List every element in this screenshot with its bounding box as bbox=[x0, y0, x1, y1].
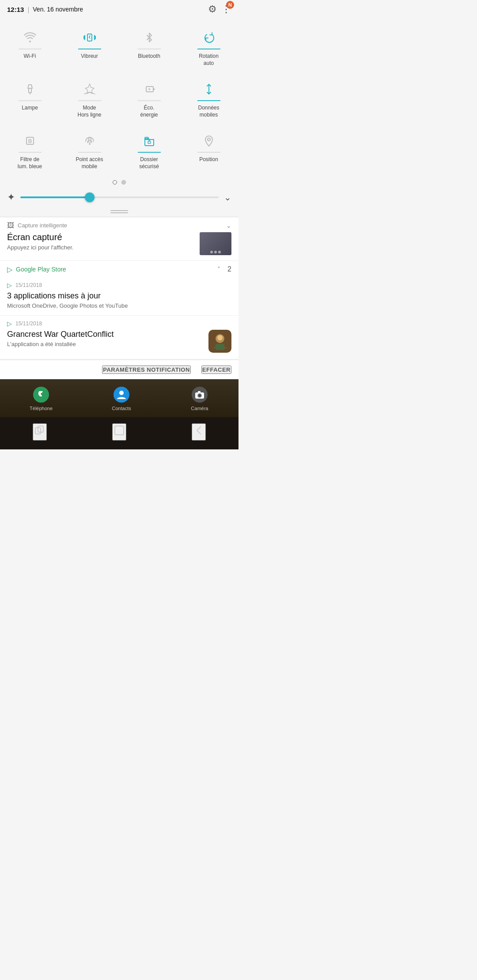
recent-apps-icon bbox=[34, 424, 46, 437]
brightness-slider[interactable] bbox=[20, 196, 219, 198]
clear-notifications-button[interactable]: EFFACER bbox=[201, 366, 231, 374]
notification-menu[interactable]: ⋮ N bbox=[221, 4, 231, 15]
back-button[interactable] bbox=[192, 423, 206, 441]
status-divider: | bbox=[27, 6, 29, 13]
gps-chevron-up-icon[interactable]: ˄ bbox=[217, 266, 220, 273]
smart-capture-icon: 🖼 bbox=[7, 222, 14, 230]
notif-2-desc: L'application a été installée bbox=[7, 341, 114, 347]
qs-rotation-label: Rotationauto bbox=[199, 53, 219, 67]
brightness-control[interactable]: ✦ ⌄ bbox=[0, 186, 238, 208]
time: 12:13 bbox=[7, 6, 24, 13]
qs-lampe-label: Lampe bbox=[22, 105, 38, 112]
drawer-contacts[interactable]: Contacts bbox=[112, 385, 131, 411]
brightness-chevron-icon[interactable]: ⌄ bbox=[224, 192, 231, 203]
vibration-icon bbox=[83, 31, 96, 44]
gps-header[interactable]: ▷ Google Play Store ˄ 2 bbox=[0, 261, 238, 277]
qs-point-acces[interactable]: Point accèsmobile bbox=[60, 124, 119, 176]
secure-folder-icon bbox=[143, 134, 156, 147]
qs-bluetooth-label: Bluetooth bbox=[138, 53, 160, 60]
phone-icon bbox=[32, 385, 50, 404]
grancrest-icon bbox=[208, 330, 231, 353]
drawer-phone[interactable]: Téléphone bbox=[30, 385, 53, 411]
contacts-label: Contacts bbox=[112, 406, 131, 411]
qs-donnees-mobiles[interactable]: Donnéesmobiles bbox=[179, 73, 238, 124]
notification-settings-button[interactable]: PARAMÈTRES NOTIFICATION bbox=[102, 366, 191, 374]
qs-rotation-icon-wrap bbox=[197, 26, 220, 49]
contacts-icon bbox=[112, 385, 131, 404]
home-icon bbox=[113, 424, 125, 437]
qs-dossier-securise[interactable]: Dossiersécurisé bbox=[119, 124, 179, 176]
qs-vibreur-icon-wrap bbox=[78, 26, 101, 49]
svg-rect-8 bbox=[29, 88, 31, 93]
rotation-icon bbox=[202, 31, 216, 44]
page-indicator bbox=[0, 177, 238, 186]
drag-lines bbox=[110, 210, 128, 213]
qs-wifi[interactable]: Wi-Fi bbox=[0, 21, 60, 73]
qs-eco-energie[interactable]: Éco.énergie bbox=[119, 73, 179, 124]
qs-hors-ligne-label: ModeHors ligne bbox=[77, 105, 101, 118]
svg-rect-34 bbox=[198, 391, 201, 393]
thumbnail-dots bbox=[210, 251, 221, 253]
qs-position-label: Position bbox=[199, 156, 218, 163]
airplane-icon bbox=[83, 83, 96, 96]
camera-app-icon bbox=[192, 387, 208, 403]
settings-icon[interactable]: ⚙ bbox=[208, 4, 217, 15]
drag-handle[interactable] bbox=[0, 208, 238, 217]
qs-wifi-icon-wrap bbox=[19, 26, 42, 49]
qs-lampe[interactable]: Lampe bbox=[0, 73, 60, 124]
brightness-thumb[interactable] bbox=[85, 192, 95, 202]
gps-notification-1[interactable]: ▷ 15/11/2018 3 applications mises à jour… bbox=[0, 277, 238, 316]
smart-capture-app-name: Capture intelligente bbox=[18, 222, 223, 229]
status-right: ⚙ ⋮ N bbox=[208, 4, 231, 15]
qs-filtre-bleu[interactable]: B Filtre delum. bleue bbox=[0, 124, 60, 176]
camera-icon bbox=[190, 385, 209, 404]
status-bar: 12:13 | Ven. 16 novembre ⚙ ⋮ N bbox=[0, 0, 238, 18]
drawer-camera[interactable]: Caméra bbox=[190, 385, 209, 411]
smart-capture-text: Écran capturé Appuyez ici pour l'affiche… bbox=[7, 232, 73, 251]
smart-capture-header: 🖼 Capture intelligente ⌄ bbox=[7, 222, 231, 230]
svg-text:B: B bbox=[28, 138, 32, 144]
thumbnail-inner bbox=[200, 232, 231, 255]
notif-1-app-icon: ▷ bbox=[7, 282, 12, 289]
data-transfer-icon bbox=[202, 83, 216, 96]
qs-eco-label: Éco.énergie bbox=[140, 105, 158, 118]
home-button[interactable] bbox=[112, 423, 126, 441]
qs-hors-ligne-icon-wrap bbox=[78, 78, 101, 101]
smart-capture-expand-icon[interactable]: ⌄ bbox=[226, 222, 231, 229]
qs-wifi-label: Wi-Fi bbox=[24, 53, 36, 60]
page-dot-1 bbox=[113, 180, 117, 185]
recent-apps-button[interactable] bbox=[33, 423, 47, 441]
qs-hotspot-icon-wrap bbox=[78, 130, 101, 153]
qs-filtre-label: Filtre delum. bleue bbox=[18, 156, 42, 170]
qs-rotation[interactable]: Rotationauto bbox=[179, 21, 238, 73]
thumb-dot-3 bbox=[218, 251, 221, 253]
smart-capture-desc: Appuyez ici pour l'afficher. bbox=[7, 244, 73, 251]
qs-bluetooth[interactable]: Bluetooth bbox=[119, 21, 179, 73]
svg-line-7 bbox=[89, 38, 90, 38]
qs-donnees-icon-wrap bbox=[197, 78, 220, 101]
smart-capture-title: Écran capturé bbox=[7, 232, 73, 242]
svg-point-33 bbox=[198, 394, 201, 397]
google-play-icon: ▷ bbox=[7, 265, 12, 274]
svg-point-25 bbox=[217, 335, 223, 340]
notif-2-body: Grancrest War QuartetConflict L'applicat… bbox=[7, 330, 231, 353]
gps-notification-2[interactable]: ▷ 15/11/2018 Grancrest War QuartetConfli… bbox=[0, 316, 238, 359]
qs-eco-icon-wrap bbox=[138, 78, 161, 101]
notifications-panel: 🖼 Capture intelligente ⌄ Écran capturé A… bbox=[0, 217, 238, 379]
smart-capture-notification[interactable]: 🖼 Capture intelligente ⌄ Écran capturé A… bbox=[0, 217, 238, 261]
svg-point-22 bbox=[208, 138, 210, 141]
qs-dossier-label: Dossiersécurisé bbox=[139, 156, 159, 170]
notif-2-text: Grancrest War QuartetConflict L'applicat… bbox=[7, 330, 114, 347]
qs-position[interactable]: Position bbox=[179, 124, 238, 176]
qs-donnees-label: Donnéesmobiles bbox=[198, 105, 219, 118]
hotspot-icon bbox=[83, 134, 96, 147]
qs-hotspot-label: Point accèsmobile bbox=[76, 156, 103, 170]
thumb-dot-2 bbox=[214, 251, 217, 253]
qs-vibreur[interactable]: Vibreur bbox=[60, 21, 119, 73]
qs-bluetooth-icon-wrap bbox=[138, 26, 161, 49]
qs-mode-hors-ligne[interactable]: ModeHors ligne bbox=[60, 73, 119, 124]
thumb-dot-1 bbox=[210, 251, 213, 253]
notif-2-date: 15/11/2018 bbox=[15, 320, 42, 327]
notif-2-app-icon: ▷ bbox=[7, 320, 12, 327]
qs-position-icon-wrap bbox=[197, 130, 220, 153]
